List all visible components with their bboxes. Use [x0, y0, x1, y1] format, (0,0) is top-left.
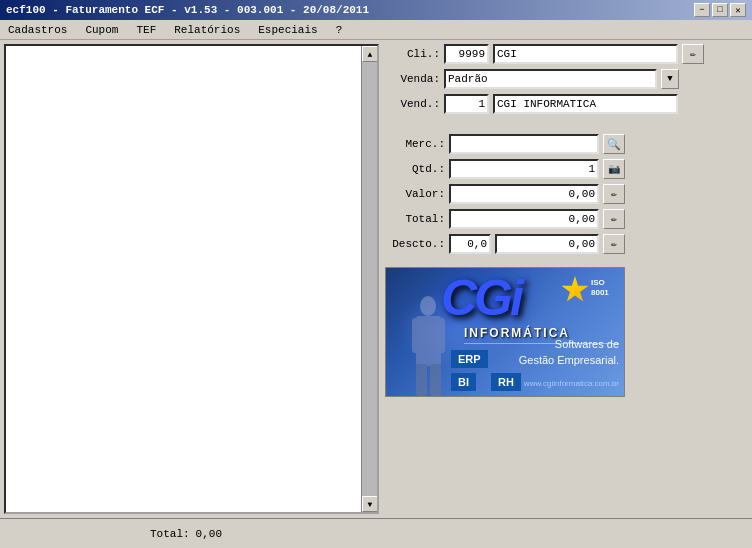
window-title: ecf100 - Faturamento ECF - v1.53 - 003.0…	[6, 4, 369, 16]
descto-edit-icon: ✏	[611, 238, 617, 250]
valor-row: Valor: ✏	[385, 184, 748, 204]
venda-select[interactable]: Padrão	[444, 69, 657, 89]
qtd-input[interactable]	[449, 159, 599, 179]
banner-cgi-text: CGi	[441, 273, 521, 323]
total-input[interactable]	[449, 209, 599, 229]
status-bar: Total: 0,00	[0, 518, 752, 548]
venda-value: Padrão	[448, 73, 488, 85]
total-label: Total:	[385, 213, 445, 225]
valor-edit-button[interactable]: ✏	[603, 184, 625, 204]
cli-edit-button[interactable]: ✏	[682, 44, 704, 64]
descto-val-input[interactable]	[495, 234, 599, 254]
qtd-camera-button[interactable]: 📷	[603, 159, 625, 179]
svg-rect-4	[416, 364, 427, 396]
main-content: ▲ ▼ Cli.: ✏ Venda: Padrão ▼ Vend	[0, 40, 752, 518]
camera-icon: 📷	[608, 163, 620, 175]
status-total-label: Total:	[150, 528, 190, 540]
scroll-up-button[interactable]: ▲	[362, 46, 378, 62]
minimize-button[interactable]: −	[694, 3, 710, 17]
close-button[interactable]: ✕	[730, 3, 746, 17]
dropdown-icon: ▼	[667, 74, 672, 84]
banner-rh-label: RH	[491, 373, 521, 391]
total-edit-button[interactable]: ✏	[603, 209, 625, 229]
window-controls: − □ ✕	[694, 3, 746, 17]
svg-rect-3	[435, 318, 445, 353]
valor-input[interactable]	[449, 184, 599, 204]
edit-icon: ✏	[690, 48, 696, 60]
banner-iso: ISO8001	[591, 278, 609, 297]
merc-search-button[interactable]: 🔍	[603, 134, 625, 154]
banner-bi-label: BI	[451, 373, 476, 391]
svg-rect-5	[430, 364, 441, 396]
cli-row: Cli.: ✏	[385, 44, 748, 64]
banner-container: CGi ISO8001 INFORMÁTICA	[385, 267, 748, 397]
scroll-track[interactable]	[362, 62, 377, 496]
total-row: Total: ✏	[385, 209, 748, 229]
vend-row: Vend.:	[385, 94, 748, 114]
right-panel: Cli.: ✏ Venda: Padrão ▼ Vend.: Mer	[385, 44, 748, 514]
venda-label: Venda:	[385, 73, 440, 85]
menu-cupom[interactable]: Cupom	[81, 23, 122, 37]
valor-edit-icon: ✏	[611, 188, 617, 200]
menu-tef[interactable]: TEF	[132, 23, 160, 37]
left-panel: ▲ ▼	[4, 44, 379, 514]
menu-especiais[interactable]: Especiais	[254, 23, 321, 37]
menu-help[interactable]: ?	[332, 23, 347, 37]
vend-name-input[interactable]	[493, 94, 678, 114]
title-bar: ecf100 - Faturamento ECF - v1.53 - 003.0…	[0, 0, 752, 20]
qtd-row: Qtd.: 📷	[385, 159, 748, 179]
star-decoration	[561, 276, 589, 304]
qtd-label: Qtd.:	[385, 163, 445, 175]
merc-input[interactable]	[449, 134, 599, 154]
person-silhouette	[406, 296, 451, 396]
venda-dropdown-button[interactable]: ▼	[661, 69, 679, 89]
vend-number-input[interactable]	[444, 94, 489, 114]
banner-erp-label: ERP	[451, 350, 488, 368]
svg-point-0	[420, 296, 436, 316]
search-icon: 🔍	[607, 138, 621, 151]
scroll-down-button[interactable]: ▼	[362, 496, 378, 512]
merc-row: Merc.: 🔍	[385, 134, 748, 154]
cli-label: Cli.:	[385, 48, 440, 60]
left-scrollbar[interactable]: ▲ ▼	[361, 46, 377, 512]
status-total-value: 0,00	[196, 528, 222, 540]
cgi-banner: CGi ISO8001 INFORMÁTICA	[385, 267, 625, 397]
cli-name-input[interactable]	[493, 44, 678, 64]
valor-label: Valor:	[385, 188, 445, 200]
descto-pct-input[interactable]	[449, 234, 491, 254]
venda-row: Venda: Padrão ▼	[385, 69, 748, 89]
descto-edit-button[interactable]: ✏	[603, 234, 625, 254]
vend-label: Vend.:	[385, 98, 440, 110]
menu-bar: Cadastros Cupom TEF Relatórios Especiais…	[0, 20, 752, 40]
total-edit-icon: ✏	[611, 213, 617, 225]
menu-cadastros[interactable]: Cadastros	[4, 23, 71, 37]
merc-label: Merc.:	[385, 138, 445, 150]
svg-rect-2	[412, 318, 422, 353]
descto-label: Descto.:	[385, 238, 445, 250]
banner-softwares: Softwares de Gestão Empresarial.	[519, 337, 619, 368]
menu-relatorios[interactable]: Relatórios	[170, 23, 244, 37]
descto-row: Descto.: ✏	[385, 234, 748, 254]
maximize-button[interactable]: □	[712, 3, 728, 17]
banner-url: www.cgiinformatica.com.br	[524, 379, 619, 388]
cli-number-input[interactable]	[444, 44, 489, 64]
